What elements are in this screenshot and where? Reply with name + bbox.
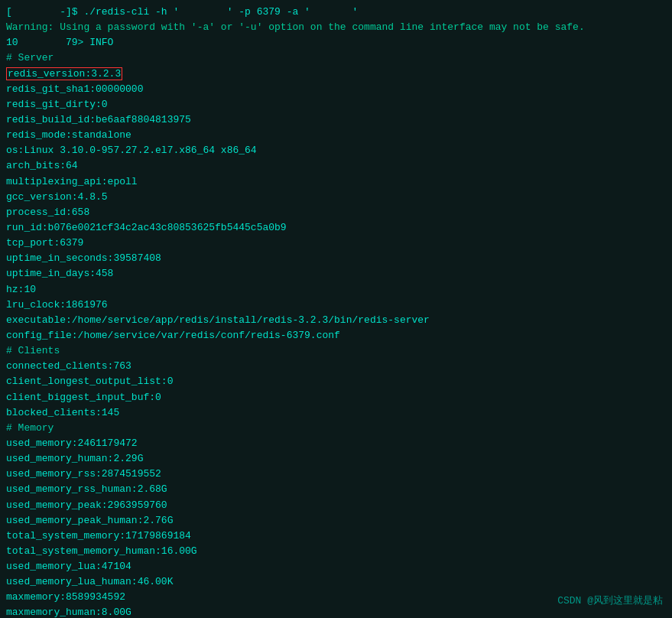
terminal-line: client_longest_output_list:0: [6, 374, 666, 389]
terminal-line: executable:/home/service/app/redis/insta…: [6, 313, 666, 328]
terminal-line: blocked_clients:145: [6, 405, 666, 421]
terminal-line: process_id:658: [6, 205, 666, 220]
terminal-line: run_id:b076e0021cf34c2ac43c80853625fb544…: [6, 220, 666, 236]
terminal-line: used_memory_human:2.29G: [6, 451, 666, 467]
terminal-line: used_memory_rss:2874519552: [6, 467, 666, 482]
terminal-line: # Server: [6, 50, 666, 66]
terminal-line: used_memory_rss_human:2.68G: [6, 482, 666, 497]
terminal-line: hz:10: [6, 282, 666, 298]
terminal-line: multiplexing_api:epoll: [6, 174, 666, 190]
terminal-line: gcc_version:4.8.5: [6, 190, 666, 205]
terminal-line: redis_git_dirty:0: [6, 97, 666, 112]
terminal-line: used_memory_lua_human:46.00K: [6, 574, 666, 590]
terminal-line: config_file:/home/service/var/redis/conf…: [6, 328, 666, 343]
terminal-content: [ -]$ ./redis-cli -h ' ' -p 6379 -a ' 'W…: [6, 5, 666, 618]
terminal-line: 10 79> INFO: [6, 35, 666, 50]
redis-version-highlight: redis_version:3.2.3: [6, 67, 122, 80]
terminal-line: total_system_memory:17179869184: [6, 529, 666, 544]
terminal-line: arch_bits:64: [6, 158, 666, 174]
terminal-line: [ -]$ ./redis-cli -h ' ' -p 6379 -a ' ': [6, 5, 666, 20]
terminal-line: os:Linux 3.10.0-957.27.2.el7.x86_64 x86_…: [6, 143, 666, 158]
terminal-line: Warning: Using a password with '-a' or '…: [6, 20, 666, 35]
terminal-line: redis_mode:standalone: [6, 128, 666, 143]
csdn-watermark: CSDN @风到这里就是粘: [557, 594, 663, 607]
terminal-line: redis_git_sha1:00000000: [6, 82, 666, 97]
terminal-line: lru_clock:1861976: [6, 298, 666, 313]
terminal-line: used_memory_peak_human:2.76G: [6, 513, 666, 529]
terminal-line: used_memory_peak:2963959760: [6, 498, 666, 513]
terminal-line: connected_clients:763: [6, 359, 666, 374]
terminal-window: [ -]$ ./redis-cli -h ' ' -p 6379 -a ' 'W…: [0, 0, 672, 618]
terminal-line: tcp_port:6379: [6, 236, 666, 251]
terminal-line: uptime_in_days:458: [6, 266, 666, 281]
terminal-line: used_memory_lua:47104: [6, 559, 666, 574]
terminal-line: redis_version:3.2.3: [6, 67, 666, 82]
terminal-line: redis_build_id:be6aaf8804813975: [6, 112, 666, 128]
terminal-line: used_memory:2461179472: [6, 436, 666, 451]
terminal-line: uptime_in_seconds:39587408: [6, 251, 666, 266]
terminal-line: # Memory: [6, 421, 666, 436]
terminal-line: # Clients: [6, 343, 666, 359]
terminal-line: total_system_memory_human:16.00G: [6, 544, 666, 559]
terminal-line: client_biggest_input_buf:0: [6, 390, 666, 405]
